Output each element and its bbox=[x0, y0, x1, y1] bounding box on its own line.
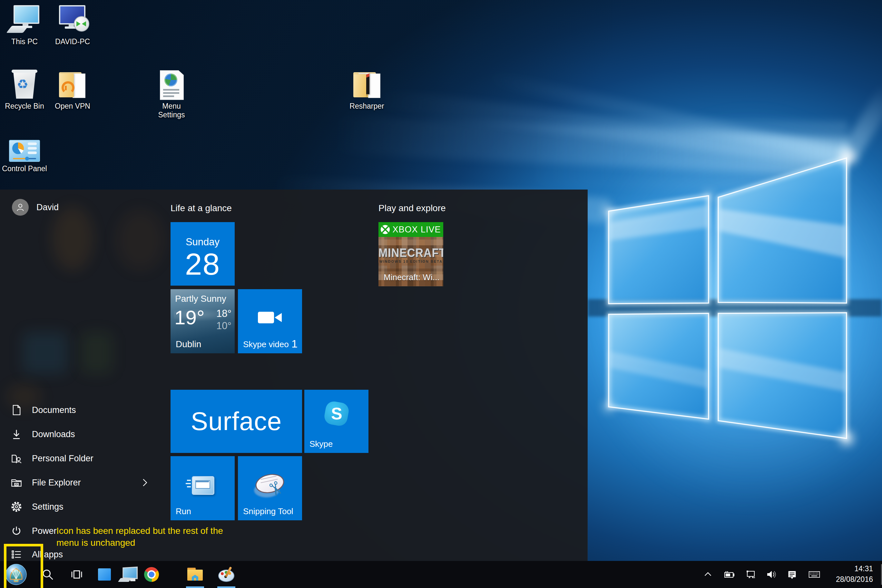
blue-app-icon bbox=[98, 568, 111, 580]
skype-video-badge: 1 bbox=[291, 338, 297, 350]
desktop-icon-label: Open VPN bbox=[48, 102, 97, 111]
weather-condition: Partly Sunny bbox=[175, 294, 226, 304]
personal-folder-icon bbox=[10, 453, 22, 464]
tile-calendar[interactable]: Sunday 28 bbox=[171, 222, 235, 286]
weather-temp: 19° bbox=[174, 306, 205, 329]
desktop-icon-david-pc[interactable]: DAVID-PC bbox=[48, 4, 97, 46]
sidebar-item-label: Downloads bbox=[32, 429, 75, 440]
tile-run[interactable]: Run bbox=[171, 456, 235, 520]
desktop-icon-menu-settings[interactable]: Menu Settings bbox=[147, 69, 196, 119]
person-icon bbox=[15, 202, 25, 212]
keyboard-icon bbox=[808, 567, 821, 582]
snipping-tool-icon: ✂ bbox=[251, 472, 290, 504]
sidebar-item-label: Settings bbox=[32, 502, 63, 512]
skype-letter: S bbox=[331, 404, 342, 423]
taskbar-app-blue[interactable] bbox=[95, 561, 114, 588]
tile-skype[interactable]: S Skype bbox=[304, 390, 369, 453]
document-icon bbox=[10, 404, 22, 416]
xbox-live-text: XBOX LIVE bbox=[392, 225, 441, 235]
tile-skype-video[interactable]: Skype video 1 bbox=[238, 289, 302, 353]
running-indicator-file-explorer bbox=[186, 586, 204, 588]
network-display-icon bbox=[744, 568, 757, 581]
surface-label: Surface bbox=[191, 406, 282, 436]
sidebar-item-label: Documents bbox=[32, 405, 76, 415]
desktop-icon-label: Resharper bbox=[343, 102, 391, 111]
gear-icon bbox=[10, 501, 22, 513]
user-name[interactable]: David bbox=[36, 202, 58, 213]
taskbar: 14:31 28/08/2016 bbox=[0, 561, 882, 588]
tray-network-button[interactable] bbox=[744, 568, 757, 581]
minecraft-edition: WINDOWS 10 EDITION BETA bbox=[378, 260, 443, 263]
remote-desktop-pc-icon bbox=[48, 4, 97, 35]
tile-minecraft[interactable]: XBOX LIVE MINECRAFT WINDOWS 10 EDITION B… bbox=[378, 222, 443, 286]
tray-clock[interactable]: 14:31 28/08/2016 bbox=[836, 564, 873, 585]
video-camera-icon bbox=[258, 312, 274, 323]
blurred-background-icon bbox=[52, 206, 93, 271]
section-title-play: Play and explore bbox=[378, 203, 446, 213]
section-title-life: Life at a glance bbox=[171, 203, 232, 213]
tile-snipping[interactable]: ✂ Snipping Tool bbox=[238, 456, 302, 520]
desktop-icon-label: Control Panel bbox=[0, 164, 49, 173]
search-icon bbox=[41, 568, 54, 581]
clock-date: 28/08/2016 bbox=[836, 574, 873, 585]
battery-charging-icon bbox=[723, 568, 736, 581]
file-explorer-icon bbox=[10, 477, 22, 488]
tray-volume-button[interactable] bbox=[765, 568, 777, 581]
control-panel-icon bbox=[0, 136, 49, 162]
chevron-right-icon bbox=[141, 478, 148, 487]
run-icon bbox=[192, 476, 214, 495]
volume-icon bbox=[765, 568, 777, 581]
annotation-highlight-box bbox=[4, 544, 43, 588]
clock-time: 14:31 bbox=[836, 564, 873, 574]
taskbar-app-chrome[interactable] bbox=[142, 561, 161, 588]
task-view-icon bbox=[70, 568, 83, 581]
file-explorer-taskbar-icon bbox=[187, 568, 203, 581]
recycle-bin-icon: ♻ bbox=[0, 69, 49, 99]
xbox-sphere-icon bbox=[381, 225, 390, 234]
calendar-day: Sunday bbox=[171, 236, 235, 248]
sidebar-item-personal-folder[interactable]: Personal Folder bbox=[0, 448, 152, 469]
weather-high: 18° bbox=[216, 308, 231, 320]
calendar-date: 28 bbox=[171, 248, 235, 280]
sidebar-item-documents[interactable]: Documents bbox=[0, 400, 152, 420]
taskbar-app-remote-desktop[interactable] bbox=[117, 561, 138, 588]
task-view-button[interactable] bbox=[67, 561, 86, 588]
remote-desktop-icon bbox=[119, 567, 136, 582]
tile-surface[interactable]: Surface bbox=[171, 390, 302, 453]
desktop-icon-resharper[interactable]: Resharper bbox=[343, 69, 391, 111]
windows-logo bbox=[580, 129, 882, 471]
weather-city: Dublin bbox=[176, 339, 201, 350]
chrome-icon bbox=[144, 567, 159, 582]
tray-chevron-up-button[interactable] bbox=[702, 568, 714, 581]
sidebar-item-label: Personal Folder bbox=[32, 454, 93, 464]
tray-keyboard-button[interactable] bbox=[808, 568, 821, 581]
desktop-icon-open-vpn[interactable]: Open VPN bbox=[48, 69, 97, 111]
desktop-icon-label: Menu Settings bbox=[152, 102, 191, 119]
minecraft-logo: MINECRAFT bbox=[378, 246, 443, 260]
desktop-icon-control-panel[interactable]: Control Panel bbox=[0, 136, 49, 173]
sidebar-item-label: Power bbox=[32, 526, 57, 536]
sidebar-item-settings[interactable]: Settings bbox=[0, 496, 152, 517]
skype-video-label: Skype video bbox=[243, 339, 289, 350]
tile-weather[interactable]: Partly Sunny 19° 18° 10° Dublin bbox=[171, 289, 235, 353]
annotation-text: Icon has been replaced but the rest of t… bbox=[56, 525, 224, 549]
desktop-icon-label: This PC bbox=[0, 38, 49, 46]
action-center-icon bbox=[786, 568, 798, 580]
sidebar-item-file-explorer[interactable]: File Explorer bbox=[0, 472, 152, 493]
xbox-live-banner: XBOX LIVE bbox=[378, 222, 443, 237]
blurred-background-icon bbox=[116, 210, 164, 271]
taskbar-app-paint[interactable] bbox=[217, 561, 236, 588]
sidebar-item-downloads[interactable]: Downloads bbox=[0, 424, 152, 444]
taskbar-app-file-explorer[interactable] bbox=[185, 561, 205, 588]
desktop-icon-this-pc[interactable]: This PC bbox=[0, 4, 49, 46]
tray-battery-button[interactable] bbox=[723, 568, 736, 581]
running-indicator-paint bbox=[217, 586, 236, 588]
tray-action-center-button[interactable] bbox=[786, 568, 798, 581]
run-label: Run bbox=[176, 507, 191, 516]
desktop-icon-recycle-bin[interactable]: ♻ Recycle Bin bbox=[0, 69, 49, 111]
desktop-icon-label: Recycle Bin bbox=[0, 102, 49, 111]
user-avatar[interactable] bbox=[12, 199, 29, 216]
resharper-folder-icon bbox=[343, 69, 391, 99]
blurred-background-icon bbox=[22, 332, 68, 374]
openvpn-folder-icon bbox=[48, 69, 97, 99]
